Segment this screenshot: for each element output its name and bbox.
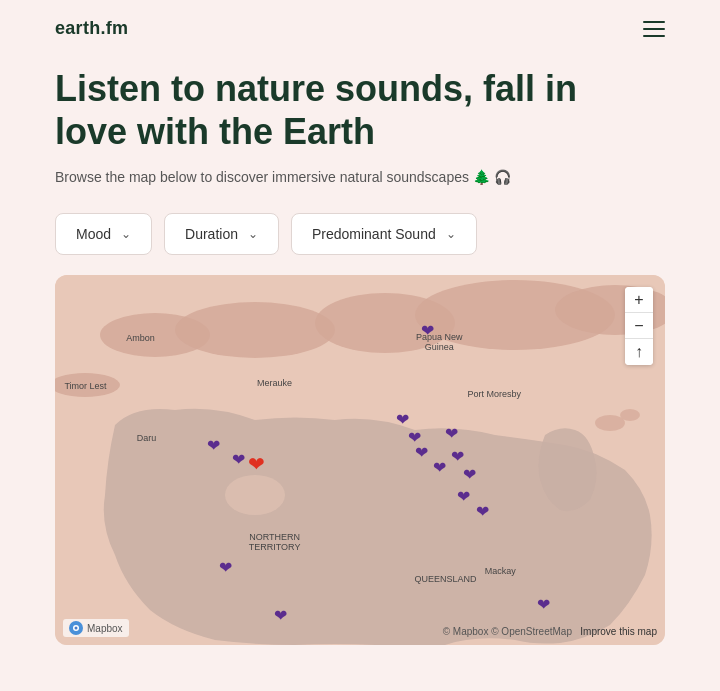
svg-point-2 [175, 302, 335, 358]
zoom-out-button[interactable]: − [625, 313, 653, 339]
hero-section: Listen to nature sounds, fall in love wi… [0, 57, 720, 255]
hero-subtitle: Browse the map below to discover immersi… [55, 169, 665, 185]
mood-filter-label: Mood [76, 226, 111, 242]
predominant-sound-chevron-icon: ⌄ [446, 227, 456, 241]
menu-button[interactable] [643, 21, 665, 37]
place-label-qld: QUEENSLAND [414, 574, 476, 584]
place-label-merauke: Merauke [257, 378, 292, 388]
marker-11[interactable]: ❤ [457, 489, 470, 505]
mapbox-logo-icon [69, 621, 83, 635]
marker-14[interactable]: ❤ [274, 608, 287, 624]
place-label-timor: Timor Lest [64, 381, 106, 391]
marker-12[interactable]: ❤ [476, 504, 489, 520]
svg-point-7 [225, 475, 285, 515]
mood-filter-button[interactable]: Mood ⌄ [55, 213, 152, 255]
place-label-portmoresby: Port Moresby [467, 389, 521, 399]
improve-map-link[interactable]: Improve this map [580, 626, 657, 637]
marker-13[interactable]: ❤ [219, 560, 232, 576]
predominant-sound-filter-button[interactable]: Predominant Sound ⌄ [291, 213, 477, 255]
header: earth.fm [0, 0, 720, 57]
marker-15[interactable]: ❤ [537, 597, 550, 613]
zoom-in-button[interactable]: + [625, 287, 653, 313]
marker-7[interactable]: ❤ [433, 460, 446, 476]
mapbox-logo-text: Mapbox [87, 623, 123, 634]
svg-point-8 [595, 415, 625, 431]
marker-8[interactable]: ❤ [445, 426, 458, 442]
marker-3[interactable]: ❤ [232, 452, 245, 468]
svg-point-9 [620, 409, 640, 421]
map-attribution: © Mapbox © OpenStreetMap Improve this ma… [443, 626, 657, 637]
place-label-ambon: Ambon [126, 333, 155, 343]
predominant-sound-filter-label: Predominant Sound [312, 226, 436, 242]
map-container[interactable]: Ambon Papua NewGuinea Merauke Timor Lest… [55, 275, 665, 645]
mood-chevron-icon: ⌄ [121, 227, 131, 241]
marker-9[interactable]: ❤ [451, 449, 464, 465]
marker-1[interactable]: ❤ [421, 323, 434, 339]
duration-filter-label: Duration [185, 226, 238, 242]
map-controls: + − ↑ [625, 287, 653, 365]
place-label-mackay: Mackay [485, 566, 516, 576]
hamburger-line-2 [643, 28, 665, 30]
duration-filter-button[interactable]: Duration ⌄ [164, 213, 279, 255]
marker-4[interactable]: ❤ [396, 412, 409, 428]
marker-6[interactable]: ❤ [415, 445, 428, 461]
place-label-nt: NORTHERNTERRITORY [249, 532, 301, 552]
marker-10[interactable]: ❤ [463, 467, 476, 483]
marker-2[interactable]: ❤ [207, 438, 220, 454]
hamburger-line-3 [643, 35, 665, 37]
duration-chevron-icon: ⌄ [248, 227, 258, 241]
page-title: Listen to nature sounds, fall in love wi… [55, 67, 615, 153]
mapbox-logo-attribution: Mapbox [63, 619, 129, 637]
place-label-daru: Daru [137, 433, 157, 443]
marker-active[interactable]: ❤ [248, 454, 265, 474]
svg-point-11 [75, 627, 78, 630]
logo: earth.fm [55, 18, 128, 39]
attribution-text: © Mapbox © OpenStreetMap [443, 626, 572, 637]
filter-bar: Mood ⌄ Duration ⌄ Predominant Sound ⌄ [55, 213, 665, 255]
compass-button[interactable]: ↑ [625, 339, 653, 365]
hamburger-line-1 [643, 21, 665, 23]
